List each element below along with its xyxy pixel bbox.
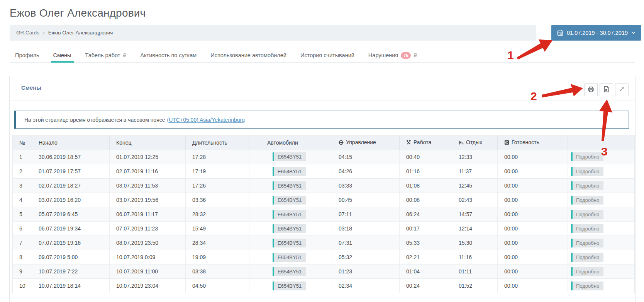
expand-button[interactable] <box>615 83 629 96</box>
work-time: 06:24 <box>400 207 452 222</box>
shift-duration: 28:34 <box>186 236 249 250</box>
print-icon <box>588 86 594 94</box>
driver-card-page: Ежов Олег Александрович GR.Cards › Ежов … <box>0 0 644 302</box>
timezone-notice: На этой странице время отображается в ча… <box>14 111 629 129</box>
work-time: 05:33 <box>400 236 452 250</box>
shifts-panel: Смены <box>9 76 636 302</box>
details-button[interactable]: Подробно <box>571 181 603 190</box>
shift-start: 07.07.2019 19:16 <box>32 236 110 250</box>
table-row: 5 05.07.2019 6:45 06.07.2019 11:17 28:32… <box>13 207 635 222</box>
driving-time: 00:45 <box>332 193 400 207</box>
table-row: 7 07.07.2019 19:16 08.07.2019 23:50 28:3… <box>13 236 635 250</box>
shift-end: 03.07.2019 19:56 <box>110 193 186 207</box>
col-duration: Длительность <box>186 135 249 150</box>
tools-icon <box>406 140 411 146</box>
tab-timesheet[interactable]: Табель работ₽ <box>80 49 132 62</box>
details-button[interactable]: Подробно <box>571 152 603 161</box>
vehicle-badge[interactable]: E654BY51 <box>273 181 306 190</box>
vehicle-badge[interactable]: E654BY51 <box>273 282 306 290</box>
vehicle-badge[interactable]: E654BY51 <box>273 210 306 219</box>
col-driving: Управление <box>332 135 400 150</box>
col-availability: Готовность <box>498 135 568 150</box>
row-number: 8 <box>13 250 32 264</box>
col-vehicles: Автомобили <box>249 135 332 150</box>
details-button[interactable]: Подробно <box>571 239 603 247</box>
row-number: 10 <box>13 279 32 293</box>
details-button[interactable]: Подробно <box>571 210 603 219</box>
date-range-button[interactable]: 01.07.2019 - 30.07.2019 <box>551 25 641 41</box>
details-button[interactable]: Подробно <box>571 253 603 262</box>
work-time: 01:04 <box>400 264 452 279</box>
driving-time: 03:18 <box>332 222 400 236</box>
driving-time: 04:15 <box>332 150 400 164</box>
tab-bar: Профиль Смены Табель работ₽ Активность п… <box>10 49 635 63</box>
driving-time: 02:34 <box>332 279 400 293</box>
panel-header: Смены <box>10 76 635 101</box>
table-row: 8 09.07.2019 5:00 10.07.2019 0:09 19:09 … <box>13 250 635 264</box>
breadcrumb: GR.Cards › Ежов Олег Александрович <box>10 25 536 41</box>
shift-start: 05.07.2019 6:45 <box>32 207 110 222</box>
work-time: 00:17 <box>400 222 452 236</box>
work-time: 01:16 <box>400 164 452 179</box>
rest-time: 12:14 <box>452 222 498 236</box>
shift-duration: 17:26 <box>186 179 249 193</box>
rest-time: 15:30 <box>452 236 498 250</box>
tab-daily-activity[interactable]: Активность по суткам <box>135 49 202 62</box>
details-button[interactable]: Подробно <box>571 224 603 233</box>
shift-duration: 17:19 <box>186 164 249 179</box>
work-time: 00:08 <box>400 193 452 207</box>
tab-shifts[interactable]: Смены <box>48 49 77 62</box>
col-end: Конец <box>110 135 186 150</box>
shift-duration: 17:28 <box>186 150 249 164</box>
shifts-table: № Начало Конец Длительность Автомобили У… <box>12 135 635 293</box>
vehicle-badge[interactable]: E654BY51 <box>273 167 306 176</box>
breadcrumb-current: Ежов Олег Александрович <box>48 30 113 36</box>
row-number: 7 <box>13 236 32 250</box>
rest-time: 02:43 <box>452 193 498 207</box>
details-button[interactable]: Подробно <box>571 267 603 276</box>
shift-end: 03.07.2019 11:53 <box>110 179 186 193</box>
tab-profile[interactable]: Профиль <box>10 49 45 62</box>
panel-toolbar <box>584 83 629 96</box>
rest-time: 01:11 <box>452 264 498 279</box>
timezone-link[interactable]: (UTC+05:00) Asia/Yekaterinburg <box>167 117 245 123</box>
col-work: Работа <box>400 135 452 150</box>
rest-time: 01:52 <box>452 279 498 293</box>
tab-violations[interactable]: Нарушения75₽ <box>363 49 423 62</box>
print-button[interactable] <box>584 83 598 96</box>
availability-time: 00:00 <box>498 279 568 293</box>
vehicle-badge[interactable]: E654BY51 <box>273 224 306 233</box>
vehicle-badge[interactable]: E654BY51 <box>273 239 306 247</box>
work-time: 00:24 <box>400 279 452 293</box>
availability-time: 00:00 <box>498 236 568 250</box>
rest-time: 12:33 <box>452 150 498 164</box>
tab-read-history[interactable]: История считываний <box>295 49 360 62</box>
shift-duration: 03:38 <box>186 264 249 279</box>
row-number: 3 <box>13 179 32 193</box>
details-button[interactable]: Подробно <box>571 167 603 176</box>
vehicle-badge[interactable]: E654BY51 <box>273 253 306 262</box>
driving-time: 03:33 <box>332 179 400 193</box>
breadcrumb-root-link[interactable]: GR.Cards <box>16 30 39 36</box>
vehicle-badge[interactable]: E654BY51 <box>273 196 306 205</box>
col-start: Начало <box>32 135 110 150</box>
row-number: 4 <box>13 193 32 207</box>
vehicle-badge[interactable]: E654BY51 <box>273 267 306 276</box>
excel-export-button[interactable] <box>600 83 613 96</box>
details-button[interactable]: Подробно <box>571 196 603 205</box>
calendar-icon <box>557 30 563 36</box>
row-number: 6 <box>13 222 32 236</box>
violations-count-badge: 75 <box>401 52 411 59</box>
vehicle-badge[interactable]: E654BY51 <box>273 152 306 161</box>
breadcrumb-separator: › <box>43 30 45 36</box>
availability-time: 00:00 <box>498 193 568 207</box>
table-row: 6 06.07.2019 19:34 07.07.2019 11:23 15:4… <box>13 222 635 236</box>
bed-icon <box>459 140 464 146</box>
row-number: 9 <box>13 264 32 279</box>
driving-time: 07:11 <box>332 207 400 222</box>
rest-time: 12:45 <box>452 179 498 193</box>
steering-wheel-icon <box>339 140 344 146</box>
driving-time: 04:26 <box>332 164 400 179</box>
details-button[interactable]: Подробно <box>571 282 603 290</box>
tab-vehicle-usage[interactable]: Использование автомобилей <box>205 49 292 62</box>
